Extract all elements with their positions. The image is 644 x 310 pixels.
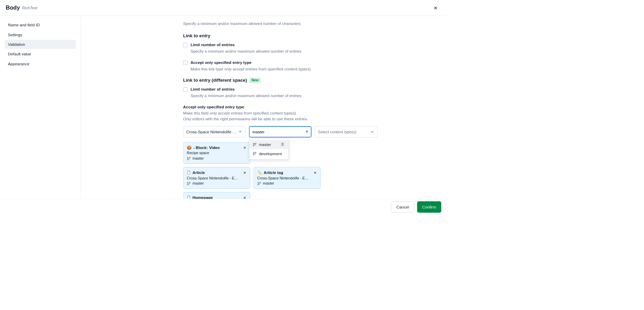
close-icon bbox=[243, 196, 246, 199]
svg-point-3 bbox=[253, 152, 254, 153]
svg-point-6 bbox=[187, 157, 188, 158]
accept-type-help: Make this link type only accept entries … bbox=[190, 66, 376, 72]
limit-entries-label: Limit number of entries bbox=[190, 42, 234, 47]
autocomplete-item-master[interactable]: master 3 bbox=[249, 140, 288, 149]
nav-name-field-id[interactable]: Name and field ID bbox=[4, 21, 76, 30]
accept-diff-desc: Make this field only accept entries from… bbox=[183, 110, 376, 122]
type-chip: Article Cross-Space Nintendolife - E… ma… bbox=[183, 167, 250, 188]
nav-validation[interactable]: Validation bbox=[4, 40, 76, 49]
chip-emoji-icon: 🏷️ bbox=[257, 170, 262, 175]
section-link-entry-diff-title: Link to entry (different space) bbox=[183, 78, 247, 83]
dialog-subtitle: RichText bbox=[22, 5, 38, 10]
close-button[interactable] bbox=[431, 3, 440, 13]
autocomplete-count: 3 bbox=[280, 142, 285, 147]
page-icon bbox=[187, 196, 191, 199]
chip-title: Article tag bbox=[264, 170, 283, 175]
limit-entries-checkbox[interactable] bbox=[183, 43, 188, 47]
space-clear-button[interactable] bbox=[238, 129, 242, 135]
environment-input[interactable] bbox=[253, 130, 303, 134]
svg-point-2 bbox=[255, 143, 256, 144]
branch-icon bbox=[253, 151, 257, 156]
chip-title: - Block: Video bbox=[194, 145, 220, 149]
chip-remove-button[interactable] bbox=[242, 170, 248, 176]
type-chip: 🍪 - Block: Video Recipe space master bbox=[183, 142, 250, 163]
chip-space: Cross-Space Nintendolife - E… bbox=[257, 176, 317, 180]
svg-point-8 bbox=[189, 157, 190, 158]
chip-space: Cross-Space Nintendolife - E… bbox=[187, 176, 246, 180]
close-icon bbox=[243, 171, 246, 174]
content-type-select[interactable]: Select content type(s) bbox=[315, 126, 377, 137]
chip-emoji-icon: 🍪 bbox=[187, 145, 191, 149]
chip-environment: master bbox=[263, 181, 274, 185]
nav-default-value[interactable]: Default value bbox=[4, 50, 76, 59]
type-chip: Homepage Cross-Space Nintendolife - E… m… bbox=[183, 192, 250, 199]
chip-title: Homepage bbox=[192, 195, 213, 199]
svg-point-1 bbox=[253, 145, 254, 146]
branch-icon bbox=[187, 181, 191, 185]
autocomplete-item-development[interactable]: development bbox=[249, 149, 288, 158]
page-icon bbox=[187, 170, 191, 174]
chip-environment: master bbox=[192, 181, 204, 185]
svg-point-9 bbox=[187, 182, 188, 183]
chip-remove-button[interactable] bbox=[242, 145, 248, 151]
accept-diff-desc-1: Make this field only accept entries from… bbox=[183, 111, 296, 115]
close-icon bbox=[239, 130, 242, 133]
limit-entries-diff-help: Specify a minimum and/or maximum allowed… bbox=[190, 93, 376, 98]
svg-point-4 bbox=[253, 154, 254, 155]
dialog-header: Body RichText bbox=[0, 0, 446, 16]
cancel-button[interactable]: Cancel bbox=[391, 201, 414, 213]
dialog-title: Body bbox=[6, 4, 20, 11]
main-panel: Specify a minimum and/or maximum allowed… bbox=[81, 16, 446, 199]
accept-type-label: Accept only specified entry type bbox=[190, 60, 252, 65]
space-select[interactable]: Cross-Space Nintendolife … bbox=[183, 126, 246, 137]
chip-title: Article bbox=[192, 170, 205, 175]
confirm-button[interactable]: Confirm bbox=[417, 201, 441, 213]
svg-point-11 bbox=[189, 182, 190, 183]
svg-point-13 bbox=[258, 184, 259, 185]
limit-entries-diff-label: Limit number of entries bbox=[190, 87, 234, 91]
svg-point-10 bbox=[187, 184, 188, 185]
accept-type-checkbox[interactable] bbox=[183, 60, 188, 65]
chip-space: Recipe space bbox=[187, 151, 246, 155]
chip-remove-button[interactable] bbox=[312, 170, 318, 176]
close-icon bbox=[243, 146, 246, 149]
svg-point-5 bbox=[255, 152, 256, 153]
accept-diff-desc-2: Only editors with the right permissions … bbox=[183, 117, 308, 121]
sidebar: Name and field ID Settings Validation De… bbox=[0, 16, 81, 199]
branch-icon bbox=[253, 143, 257, 147]
autocomplete-label: master bbox=[259, 142, 271, 147]
close-icon bbox=[314, 171, 317, 174]
branch-icon bbox=[187, 156, 191, 160]
environment-clear-button[interactable] bbox=[305, 130, 309, 134]
environment-input-wrapper bbox=[249, 126, 312, 137]
close-icon bbox=[433, 5, 438, 10]
svg-point-14 bbox=[260, 182, 261, 183]
dialog-footer: Cancel Confirm bbox=[0, 199, 446, 215]
environment-autocomplete: master 3 development bbox=[249, 138, 289, 160]
content-type-placeholder: Select content type(s) bbox=[318, 130, 357, 134]
svg-point-0 bbox=[253, 143, 254, 144]
chip-remove-button[interactable] bbox=[242, 194, 248, 199]
type-chip: 🏷️ Article tag Cross-Space Nintendolife … bbox=[254, 167, 320, 188]
section-link-to-entry: Link to entry bbox=[183, 33, 376, 38]
limit-entries-help: Specify a minimum and/or maximum allowed… bbox=[190, 48, 376, 54]
svg-point-12 bbox=[258, 182, 259, 183]
section-link-entry-diff-space: Link to entry (different space) New bbox=[183, 78, 376, 83]
chip-environment: master bbox=[192, 156, 204, 160]
accept-diff-title: Accept only specified entry type bbox=[183, 104, 376, 109]
nav-appearance[interactable]: Appearance bbox=[4, 59, 76, 68]
space-select-value: Cross-Space Nintendolife … bbox=[186, 130, 237, 134]
branch-icon bbox=[257, 181, 261, 185]
close-icon bbox=[305, 130, 309, 133]
new-badge: New bbox=[249, 78, 261, 83]
svg-point-7 bbox=[187, 159, 188, 160]
chevron-down-icon bbox=[370, 130, 374, 134]
nav-settings[interactable]: Settings bbox=[4, 30, 76, 39]
char-limit-help: Specify a minimum and/or maximum allowed… bbox=[183, 21, 376, 26]
autocomplete-label: development bbox=[259, 151, 282, 156]
limit-entries-diff-checkbox[interactable] bbox=[183, 87, 188, 92]
